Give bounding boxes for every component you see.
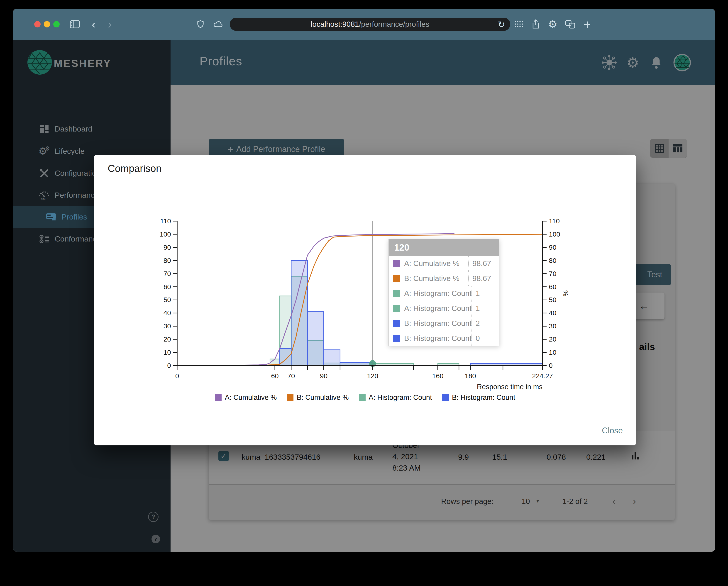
svg-text:160: 160 <box>432 372 443 380</box>
chart-canvas[interactable]: 0010102020303040405050606070708080909010… <box>145 211 580 397</box>
cloud-icon[interactable] <box>212 18 225 31</box>
series-swatch <box>393 275 400 282</box>
svg-text:120: 120 <box>367 372 378 380</box>
legend-item[interactable]: A: Histogram: Count <box>359 394 432 402</box>
svg-text:30: 30 <box>163 322 171 330</box>
svg-text:60: 60 <box>163 283 171 291</box>
screen: ‹ › localhost:9081/performance/profiles … <box>0 0 728 586</box>
chart-tooltip: 120 A: Cumulative %98.67 B: Cumulative %… <box>389 239 499 346</box>
svg-text:90: 90 <box>320 372 328 380</box>
svg-text:Response time in ms: Response time in ms <box>477 383 543 391</box>
legend-item[interactable]: A: Cumulative % <box>215 394 277 402</box>
svg-text:80: 80 <box>549 257 556 264</box>
svg-text:60: 60 <box>549 283 556 291</box>
browser-toolbar: ‹ › localhost:9081/performance/profiles … <box>13 9 715 40</box>
browser-window: ‹ › localhost:9081/performance/profiles … <box>13 9 715 552</box>
tooltip-row: A: Histogram: Count1 <box>389 301 499 316</box>
legend-item[interactable]: B: Cumulative % <box>287 394 348 402</box>
legend-swatch <box>287 394 293 401</box>
tooltip-row: A: Histogram: Count1 <box>389 286 499 301</box>
svg-text:110: 110 <box>160 217 171 225</box>
svg-text:0: 0 <box>167 362 171 369</box>
svg-text:90: 90 <box>163 244 171 251</box>
tooltip-row: B: Histogram: Count2 <box>389 316 499 331</box>
series-swatch <box>393 335 400 342</box>
legend-item[interactable]: B: Histogram: Count <box>442 394 515 402</box>
svg-text:100: 100 <box>549 231 560 238</box>
svg-text:40: 40 <box>163 309 171 317</box>
back-icon[interactable]: ‹ <box>87 18 100 31</box>
comparison-chart[interactable]: 0010102020303040405050606070708080909010… <box>145 211 580 397</box>
tab-overview-icon[interactable] <box>564 18 576 31</box>
forward-icon[interactable]: › <box>103 18 116 31</box>
comparison-modal: Comparison 00101020203030404050506060707… <box>94 155 636 445</box>
svg-text:0: 0 <box>549 362 553 369</box>
svg-text:110: 110 <box>549 217 560 225</box>
svg-text:70: 70 <box>549 270 556 277</box>
zoom-window-button[interactable] <box>53 21 60 27</box>
svg-text:80: 80 <box>163 257 171 264</box>
minimize-window-button[interactable] <box>44 21 50 27</box>
close-window-button[interactable] <box>34 21 41 27</box>
series-swatch <box>393 320 400 327</box>
svg-text:%: % <box>562 290 569 296</box>
legend-swatch <box>442 394 449 401</box>
series-swatch <box>393 305 400 312</box>
svg-text:60: 60 <box>271 372 279 380</box>
svg-text:30: 30 <box>549 322 556 330</box>
svg-text:40: 40 <box>549 309 556 317</box>
svg-text:224.27: 224.27 <box>532 372 553 380</box>
chart-legend: A: Cumulative % B: Cumulative % A: Histo… <box>94 394 636 402</box>
settings-gear-icon[interactable]: ⚙ <box>546 18 559 31</box>
svg-text:10: 10 <box>163 349 171 356</box>
close-button[interactable]: Close <box>602 426 623 435</box>
share-icon[interactable] <box>529 18 542 31</box>
svg-text:70: 70 <box>163 270 171 277</box>
svg-text:10: 10 <box>549 349 556 356</box>
reload-icon[interactable]: ↻ <box>498 20 505 29</box>
url-host: localhost:9081 <box>311 20 359 29</box>
svg-text:50: 50 <box>163 296 171 303</box>
svg-text:90: 90 <box>549 244 556 251</box>
new-tab-icon[interactable]: + <box>581 18 594 31</box>
svg-text:50: 50 <box>549 296 556 303</box>
tooltip-row: B: Cumulative %98.67 <box>389 271 499 286</box>
sidebar-toggle-icon[interactable] <box>69 18 81 31</box>
series-swatch <box>393 290 400 297</box>
series-swatch <box>393 260 400 267</box>
legend-swatch <box>359 394 366 401</box>
svg-text:20: 20 <box>163 336 171 343</box>
tooltip-row: B: Histogram: Count0 <box>389 331 499 346</box>
tooltip-row: A: Cumulative %98.67 <box>389 256 499 271</box>
modal-title: Comparison <box>108 163 161 174</box>
svg-text:0: 0 <box>175 372 179 380</box>
url-bar[interactable]: localhost:9081/performance/profiles <box>230 18 510 31</box>
svg-text:180: 180 <box>465 372 476 380</box>
tooltip-title: 120 <box>389 239 499 256</box>
url-path: /performance/profiles <box>359 20 429 29</box>
privacy-shield-icon[interactable] <box>194 18 207 31</box>
legend-swatch <box>215 394 222 401</box>
svg-text:20: 20 <box>549 336 556 343</box>
svg-text:100: 100 <box>160 231 171 238</box>
svg-text:70: 70 <box>287 372 295 380</box>
extensions-grid-icon[interactable] <box>513 18 525 31</box>
